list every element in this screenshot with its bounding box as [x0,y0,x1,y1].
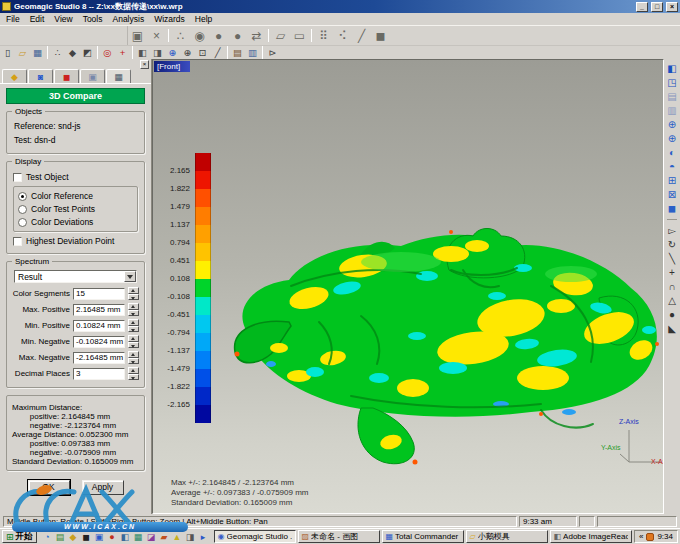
ql-warn-icon[interactable]: ▲ [171,530,184,543]
sample-points-icon[interactable]: ∴ [171,27,190,44]
menu-wizards[interactable]: Wizards [149,13,190,25]
edges-view-icon[interactable]: ▥ [665,103,679,117]
polygon-select-icon[interactable]: △ [665,293,679,307]
measure-icon[interactable]: ╱ [210,47,225,59]
menu-help[interactable]: Help [190,13,217,25]
taskbar-task-0[interactable]: ◉Geomagic Studio ... [214,530,296,543]
spinner-down-icon[interactable] [128,342,139,349]
tray-ime-icon[interactable] [646,533,654,541]
test-object-checkbox-row[interactable]: Test Object [13,172,138,182]
rotate-tool-icon[interactable]: ↻ [665,237,679,251]
zoom-in-icon[interactable]: ⊕ [165,47,180,59]
target-icon[interactable]: ◎ [100,47,115,59]
ok-button[interactable]: OK [28,480,70,495]
radio-row-color-reference[interactable]: Color Reference [18,191,133,201]
radio-row-color-test-points[interactable]: Color Test Points [18,204,133,214]
expand-toolbar-icon[interactable]: ⊳ [265,47,280,59]
ql-pdf-icon[interactable]: ▰ [158,530,171,543]
title-bar[interactable]: Geomagic Studio 8 -- Z:\xx数据传递\xx\w.wrp … [0,0,680,13]
small-sphere-icon[interactable]: ● [209,27,228,44]
ql-shell-icon[interactable]: ◼ [80,530,93,543]
cylinder-tool-icon[interactable]: ▱ [271,27,290,44]
tab-tools[interactable]: ◆ [2,69,27,83]
taskbar-task-4[interactable]: ◧Adobe ImageReady... [550,530,632,543]
zoom-prev-icon[interactable]: ⊕ [180,47,195,59]
minimize-button[interactable]: _ [636,2,648,12]
radio-button[interactable] [18,218,27,227]
scatter-points-icon[interactable]: ⠪ [333,27,352,44]
large-sphere-icon[interactable]: ● [228,27,247,44]
spinner-down-icon[interactable] [128,326,139,333]
ql-notes-icon[interactable]: ◨ [184,530,197,543]
snapshot-settings-icon[interactable]: ▥ [245,47,260,59]
tab-capture[interactable]: ▣ [80,69,105,83]
wireframe-view-icon[interactable]: ◳ [665,75,679,89]
taskbar-task-2[interactable]: ▦Total Commander ... [382,530,464,543]
apply-button[interactable]: Apply [82,480,124,495]
ql-image-icon[interactable]: ◪ [145,530,158,543]
vertices-view-icon[interactable]: ▤ [665,89,679,103]
menu-view[interactable]: View [49,13,77,25]
dropdown-arrow-icon[interactable] [124,271,136,282]
globe-mesh-icon[interactable]: ⊕ [665,131,679,145]
pick-point-icon[interactable]: + [665,265,679,279]
globe-half-icon[interactable]: ◐ [665,145,679,159]
zoom-window-icon[interactable]: ⊡ [195,47,210,59]
field-value-input[interactable]: 0.10824 mm [73,320,125,332]
snapshot-icon[interactable]: ▤ [230,47,245,59]
tab-display[interactable]: ◙ [28,69,53,83]
paint-select-icon[interactable]: ● [665,307,679,321]
spinner-down-icon[interactable] [128,374,139,381]
start-button[interactable]: ⊞ 开始 [2,530,37,543]
cube-hidden-icon[interactable]: ⊠ [665,187,679,201]
field-value-input[interactable]: -2.16485 mm [73,352,125,364]
menu-edit[interactable]: Edit [25,13,50,25]
lasso-select-icon[interactable]: ∩ [665,279,679,293]
tray-collapse-icon[interactable]: « [639,532,643,541]
field-value-input[interactable]: 3 [73,368,125,380]
register-icon[interactable]: ⇄ [247,27,266,44]
tab-primitives[interactable]: ◼ [54,69,79,83]
spinner-down-icon[interactable] [128,310,139,317]
cube-wire-icon[interactable]: ⊞ [665,173,679,187]
flat-shade-icon[interactable]: ◧ [135,47,150,59]
points-stage-icon[interactable]: ∴ [50,47,65,59]
ql-files-icon[interactable]: ◆ [67,530,80,543]
capsule-tool-icon[interactable]: ▭ [290,27,309,44]
field-value-input[interactable]: 15 [73,288,125,300]
ql-browser-icon[interactable]: ◔ [41,530,54,543]
corner-select-icon[interactable]: ◣ [665,321,679,335]
solid-block-icon[interactable]: ◼ [371,27,390,44]
spinner-down-icon[interactable] [128,358,139,365]
maximize-button[interactable]: □ [651,2,663,12]
highest-deviation-checkbox-row[interactable]: Highest Deviation Point [13,236,138,246]
marquee-select-icon[interactable]: ▣ [128,27,147,44]
highest-deviation-checkbox[interactable] [13,237,22,246]
ql-media-icon[interactable]: ● [106,530,119,543]
spectrum-result-dropdown[interactable]: Result [14,270,137,283]
menu-file[interactable]: File [1,13,25,25]
panel-close-icon[interactable]: × [140,60,149,69]
smooth-shade-icon[interactable]: ◨ [150,47,165,59]
ql-mail-icon[interactable]: ▣ [93,530,106,543]
ql-office-icon[interactable]: ◧ [119,530,132,543]
radio-button[interactable] [18,192,27,201]
polygons-stage-icon[interactable]: ◆ [65,47,80,59]
save-icon[interactable]: ▦ [30,47,45,59]
menu-analysis[interactable]: Analysis [107,13,149,25]
globe-shaded-icon[interactable]: ◓ [665,159,679,173]
field-value-input[interactable]: 2.16485 mm [73,304,125,316]
globe-wire-icon[interactable]: ⊕ [665,117,679,131]
field-value-input[interactable]: -0.10824 mm [73,336,125,348]
new-file-icon[interactable]: ▯ [0,47,15,59]
ql-sheet-icon[interactable]: ▦ [132,530,145,543]
cube-solid-icon[interactable]: ◼ [665,201,679,215]
select-arrow-icon[interactable]: ▻ [665,223,679,237]
radio-button[interactable] [18,205,27,214]
tab-dialog[interactable]: ▦ [106,69,131,83]
wand-icon[interactable]: ╱ [352,27,371,44]
delete-selection-icon[interactable]: × [147,27,166,44]
shapes-stage-icon[interactable]: ◩ [80,47,95,59]
taskbar-task-3[interactable]: ▱小鹅模具 [466,530,548,543]
shaded-view-icon[interactable]: ◧ [665,61,679,75]
